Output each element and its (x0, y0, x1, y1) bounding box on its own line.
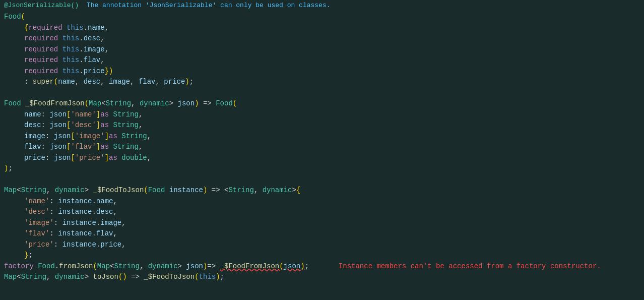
factory-line: factory Food.fromJson(Map<String, dynami… (4, 261, 644, 272)
code-line: flav: json['flav']as String, (4, 142, 644, 153)
code-line: required this.image, (4, 44, 644, 55)
code-line: 'name': instance.name, (4, 196, 644, 207)
code-line: 'image': instance.image, (4, 218, 644, 229)
code-line: required this.price}) (4, 66, 644, 77)
error-message: The annotation 'JsonSerializable' can on… (87, 1, 331, 11)
code-line: ); (4, 164, 644, 175)
code-line: Food _$FoodFromJson(Map<String, dynamic>… (4, 99, 644, 110)
code-line: Map<String, dynamic> _$FoodToJson(Food i… (4, 186, 644, 197)
code-line: required this.desc, (4, 34, 644, 45)
code-line: desc: json['desc']as String, (4, 121, 644, 132)
code-line: Map<String, dynamic> toJson() => _$FoodT… (4, 272, 644, 283)
code-line-blank (4, 174, 644, 186)
code-line: Food( (4, 12, 644, 23)
code-line: {required this.name, (4, 23, 644, 34)
code-line: required this.flav, (4, 55, 644, 67)
code-line: image: json['image']as String, (4, 131, 644, 142)
error-annotation-line: @JsonSerializable() The annotation 'Json… (0, 0, 644, 11)
code-line: 'desc': instance.desc, (4, 207, 644, 218)
code-editor: @JsonSerializable() The annotation 'Json… (0, 0, 644, 300)
annotation: @JsonSerializable() (4, 1, 79, 11)
code-line: name: json['name']as String, (4, 109, 644, 121)
code-body: Food( {required this.name, required this… (0, 11, 644, 284)
code-line: : super(name, desc, image, flav, price); (4, 77, 644, 88)
code-line: price: json['price']as double, (4, 153, 644, 164)
code-line: 'price': instance.price, (4, 239, 644, 251)
code-line: 'flav': instance.flav, (4, 229, 644, 240)
code-line-blank (4, 88, 644, 99)
code-line: }; (4, 251, 644, 262)
